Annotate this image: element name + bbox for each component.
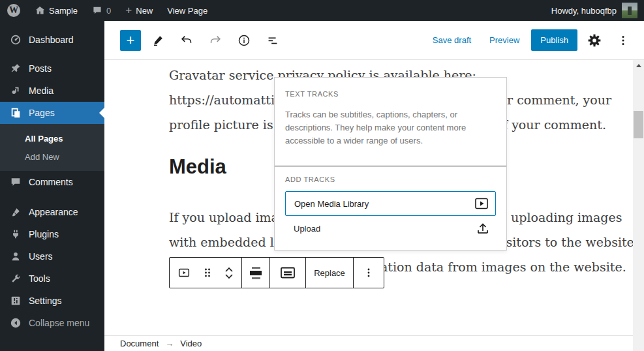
- sidebar-label: Users: [29, 251, 53, 262]
- breadcrumb-document[interactable]: Document: [120, 339, 159, 348]
- breadcrumb-block[interactable]: Video: [180, 339, 202, 348]
- sidebar-item-appearance[interactable]: Appearance: [0, 201, 104, 223]
- edit-tool-button[interactable]: [146, 29, 170, 52]
- sidebar-label: Tools: [29, 273, 50, 284]
- sidebar-label: Plugins: [29, 229, 59, 239]
- editor-actions: Save draft Preview Publish: [426, 29, 635, 52]
- undo-button[interactable]: [175, 29, 198, 52]
- text-tracks-title: TEXT TRACKS: [285, 90, 496, 98]
- submenu-item-add-new[interactable]: Add New: [0, 147, 104, 166]
- undo-icon: [179, 33, 194, 48]
- view-page-label: View Page: [167, 6, 207, 16]
- user-avatar[interactable]: [622, 3, 637, 18]
- sidebar-item-posts[interactable]: Posts: [0, 57, 104, 80]
- new-content-menu[interactable]: + New: [118, 0, 160, 21]
- save-draft-button[interactable]: Save draft: [426, 31, 478, 49]
- submenu-label: Add New: [25, 152, 59, 162]
- kebab-menu-icon: [362, 266, 375, 279]
- admin-bar-right: Howdy, huboqfbp: [551, 0, 644, 21]
- admin-bar-left: W Sample 0 + New View Page: [0, 0, 215, 21]
- dashboard-icon: [9, 33, 22, 46]
- view-page-link[interactable]: View Page: [160, 0, 215, 21]
- scrollbar-thumb[interactable]: [634, 111, 643, 138]
- add-tracks-title: ADD TRACKS: [285, 176, 496, 183]
- editor-canvas[interactable]: Gravatar service privacy policy is avail…: [104, 60, 633, 335]
- submenu-label: All Pages: [25, 134, 63, 144]
- sidebar-label: Comments: [29, 177, 73, 187]
- move-down-icon: [224, 273, 234, 279]
- new-label: New: [136, 6, 153, 16]
- sidebar-item-collapse-menu[interactable]: Collapse menu: [0, 312, 104, 334]
- plug-icon: [9, 228, 22, 241]
- replace-button[interactable]: Replace: [306, 258, 353, 288]
- sidebar-item-plugins[interactable]: Plugins: [0, 223, 104, 245]
- block-breadcrumb: Document → Video: [104, 335, 633, 351]
- sidebar-item-media[interactable]: Media: [0, 80, 104, 102]
- text-tracks-description: Tracks can be subtitles, captions, chapt…: [285, 108, 494, 147]
- video-block-type-button[interactable]: [170, 258, 198, 288]
- media-heading-block[interactable]: Media: [169, 155, 226, 179]
- block-mover-buttons[interactable]: [217, 258, 241, 288]
- pages-submenu: All Pages Add New: [0, 124, 104, 171]
- publish-button[interactable]: Publish: [531, 29, 577, 51]
- video-block-icon: [177, 266, 191, 280]
- text-tracks-button[interactable]: [270, 258, 305, 288]
- breadcrumb-arrow-icon: →: [165, 339, 174, 348]
- sidebar-item-settings[interactable]: Settings: [0, 290, 104, 312]
- scroll-up-arrow[interactable]: [633, 60, 644, 71]
- info-icon: [237, 33, 251, 48]
- upload-button[interactable]: Upload: [285, 216, 496, 241]
- howdy-user-label[interactable]: Howdy, huboqfbp: [551, 6, 622, 16]
- options-button[interactable]: [611, 29, 635, 52]
- user-icon: [9, 250, 22, 263]
- comments-count: 0: [106, 6, 111, 16]
- caption-tracks-icon: [280, 266, 296, 279]
- list-view-icon: [266, 33, 280, 48]
- sidebar-label: Settings: [29, 296, 62, 306]
- redo-icon: [208, 33, 222, 48]
- drag-handle[interactable]: [198, 258, 217, 288]
- wordpress-logo-menu[interactable]: W: [0, 0, 27, 21]
- site-name-label: Sample: [49, 6, 78, 16]
- open-media-library-button[interactable]: Open Media Library: [285, 191, 496, 216]
- list-view-button[interactable]: [261, 29, 284, 52]
- sliders-icon: [9, 294, 22, 307]
- media-icon: [9, 84, 22, 97]
- block-inserter-button[interactable]: +: [120, 30, 141, 51]
- block-options-button[interactable]: [354, 258, 384, 288]
- upload-label: Upload: [294, 224, 320, 234]
- sidebar-label: Collapse menu: [29, 318, 89, 328]
- media-library-icon: [474, 197, 489, 210]
- pages-icon: [9, 106, 22, 119]
- text-tracks-popover: TEXT TRACKS Tracks can be subtitles, cap…: [274, 77, 507, 251]
- sidebar-label: Appearance: [29, 207, 78, 217]
- sidebar-label: Dashboard: [29, 35, 74, 45]
- upload-icon: [476, 222, 490, 235]
- collapse-arrow-icon: [9, 316, 22, 329]
- submenu-item-all-pages[interactable]: All Pages: [0, 129, 104, 147]
- sidebar-item-pages[interactable]: Pages: [0, 102, 104, 124]
- details-button[interactable]: [232, 29, 256, 52]
- move-up-icon: [224, 267, 234, 273]
- video-block-toolbar: Replace: [169, 257, 384, 288]
- site-name-menu[interactable]: Sample: [27, 0, 85, 21]
- sidebar-item-comments[interactable]: Comments: [0, 171, 104, 193]
- brush-icon: [9, 206, 22, 219]
- comments-icon: [9, 176, 22, 189]
- preview-button[interactable]: Preview: [483, 31, 526, 49]
- sidebar-item-tools[interactable]: Tools: [0, 267, 104, 290]
- align-button[interactable]: [242, 258, 269, 288]
- comment-bubble-icon: [92, 5, 102, 16]
- add-tracks-section: ADD TRACKS Open Media Library Upload: [275, 166, 506, 250]
- gear-icon: [587, 33, 602, 48]
- sidebar-label: Posts: [29, 63, 52, 74]
- settings-button[interactable]: [583, 29, 606, 52]
- pencil-icon: [151, 34, 164, 47]
- editor-scrollbar[interactable]: [633, 60, 644, 351]
- sidebar-item-dashboard[interactable]: Dashboard: [0, 29, 104, 51]
- comments-menu[interactable]: 0: [85, 0, 118, 21]
- wrench-icon: [9, 272, 22, 285]
- sidebar-item-users[interactable]: Users: [0, 245, 104, 267]
- sidebar-label: Media: [29, 85, 54, 96]
- redo-button[interactable]: [204, 29, 227, 52]
